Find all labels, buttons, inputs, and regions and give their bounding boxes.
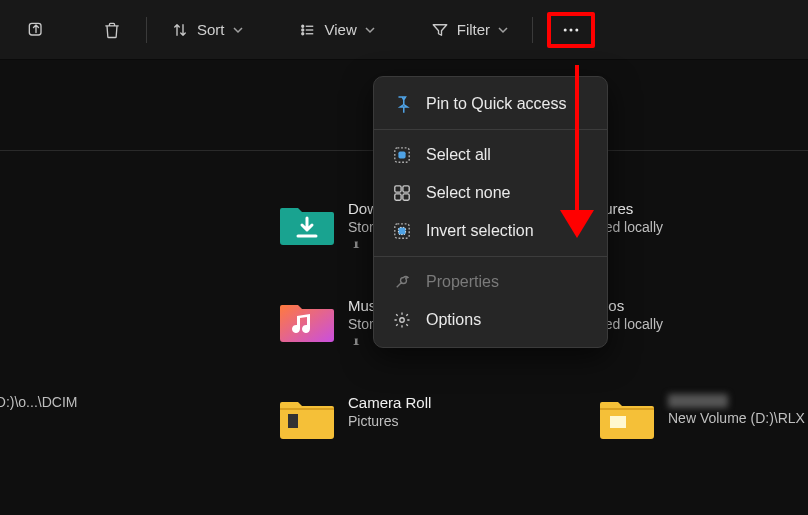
share-button[interactable]: [16, 14, 56, 46]
filter-label: Filter: [457, 21, 490, 38]
svg-rect-8: [398, 151, 405, 158]
svg-point-2: [301, 29, 303, 31]
select-all-icon: [392, 145, 412, 165]
item-title: eos: [600, 297, 663, 314]
menu-label: Select all: [426, 146, 491, 164]
item-title-redacted: [668, 394, 728, 408]
wrench-icon: [392, 272, 412, 292]
svg-point-4: [564, 28, 567, 31]
chevron-down-icon: [365, 25, 375, 35]
svg-rect-12: [403, 194, 409, 200]
ellipsis-icon: [561, 20, 581, 40]
folder-icon: [600, 394, 654, 440]
toolbar-divider: [146, 17, 147, 43]
svg-rect-9: [395, 186, 401, 192]
music-folder-icon: [280, 297, 334, 343]
filter-icon: [431, 21, 449, 39]
menu-options[interactable]: Options: [374, 301, 607, 339]
folder-item[interactable]: cally: [0, 297, 220, 354]
delete-button[interactable]: [92, 14, 132, 46]
svg-rect-11: [395, 194, 401, 200]
folder-item-rlx[interactable]: New Volume (D:)\RLX: [600, 394, 808, 440]
view-icon: [299, 21, 317, 39]
menu-label: Pin to Quick access: [426, 95, 567, 113]
item-subtitle: Pictures: [348, 413, 431, 429]
menu-properties: Properties: [374, 263, 607, 301]
folder-item-camera-roll[interactable]: Camera Roll Pictures: [280, 394, 540, 440]
svg-rect-18: [610, 416, 626, 428]
svg-point-5: [570, 28, 573, 31]
view-label: View: [325, 21, 357, 38]
item-subtitle: red locally: [600, 316, 663, 332]
toolbar: Sort View Filter: [0, 0, 808, 60]
chevron-down-icon: [233, 25, 243, 35]
invert-selection-icon: [392, 221, 412, 241]
svg-point-6: [575, 28, 578, 31]
svg-point-1: [301, 25, 303, 27]
sort-icon: [171, 21, 189, 39]
menu-pin-quick-access[interactable]: Pin to Quick access: [374, 85, 607, 123]
svg-point-16: [400, 318, 405, 323]
menu-separator: [374, 256, 607, 257]
chevron-down-icon: [498, 25, 508, 35]
menu-label: Properties: [426, 273, 499, 291]
folder-item[interactable]: cally: [0, 200, 220, 257]
filter-button[interactable]: Filter: [421, 15, 518, 45]
trash-icon: [102, 20, 122, 40]
item-title: Camera Roll: [348, 394, 431, 411]
svg-rect-14: [398, 227, 405, 234]
view-button[interactable]: View: [289, 15, 385, 45]
gear-icon: [392, 310, 412, 330]
annotation-arrow-line: [575, 65, 579, 219]
item-subtitle: New Volume (D:)\RLX: [668, 410, 805, 426]
toolbar-divider: [532, 17, 533, 43]
select-none-icon: [392, 183, 412, 203]
folder-item-videos[interactable]: eos red locally: [600, 297, 808, 354]
svg-rect-17: [288, 414, 298, 428]
folder-item[interactable]: ume (D:)\o...\DCIM: [0, 394, 220, 440]
menu-select-all[interactable]: Select all: [374, 136, 607, 174]
folder-icon: [280, 394, 334, 440]
menu-select-none[interactable]: Select none: [374, 174, 607, 212]
more-options-button[interactable]: [547, 12, 595, 48]
menu-separator: [374, 129, 607, 130]
sort-button[interactable]: Sort: [161, 15, 253, 45]
item-title: tures: [600, 200, 663, 217]
annotation-arrow-head: [560, 210, 594, 238]
folder-item-pictures[interactable]: tures red locally: [600, 200, 808, 257]
menu-label: Invert selection: [426, 222, 534, 240]
svg-rect-10: [403, 186, 409, 192]
item-subtitle: red locally: [600, 219, 663, 235]
menu-label: Select none: [426, 184, 511, 202]
pin-icon: [392, 94, 412, 114]
menu-label: Options: [426, 311, 481, 329]
sort-label: Sort: [197, 21, 225, 38]
downloads-folder-icon: [280, 200, 334, 246]
item-subtitle: ume (D:)\o...\DCIM: [0, 394, 77, 410]
svg-point-3: [301, 32, 303, 34]
share-icon: [26, 20, 46, 40]
